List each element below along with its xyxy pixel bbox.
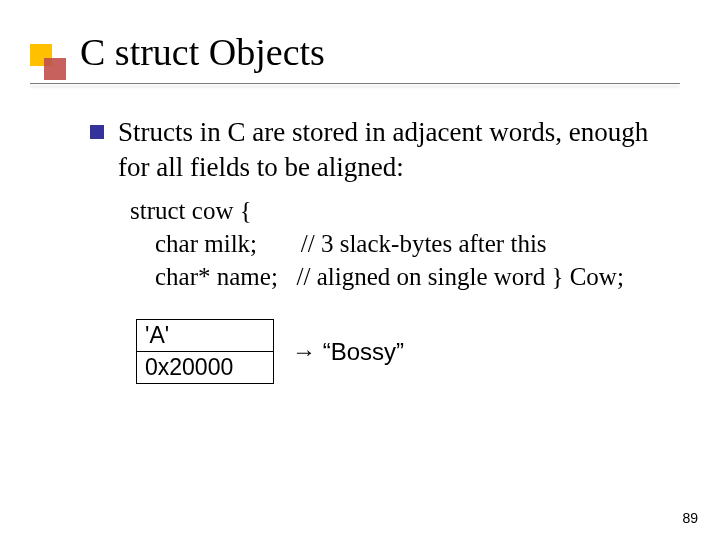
accent-square-red [44, 58, 66, 80]
bullet-text: Structs in C are stored in adjacent word… [118, 115, 670, 184]
title-accent-squares [30, 44, 70, 84]
code-line-2: char milk; // 3 slack-bytes after this [130, 227, 670, 260]
memory-pointer-label: → “Bossy” [292, 338, 404, 366]
bullet-square-icon [90, 125, 104, 139]
memory-diagram: 'A' 0x20000 → “Bossy” [136, 319, 670, 384]
memory-cells: 'A' 0x20000 [136, 319, 274, 384]
memory-cell-2: 0x20000 [137, 351, 273, 383]
memory-cell-1: 'A' [137, 320, 273, 351]
code-line-3: char* name; // aligned on single word } … [130, 260, 670, 293]
code-line-1: struct cow { [130, 194, 670, 227]
bullet-item: Structs in C are stored in adjacent word… [90, 115, 670, 184]
code-block: struct cow { char milk; // 3 slack-bytes… [130, 194, 670, 293]
title-underline [30, 83, 680, 84]
page-number: 89 [682, 510, 698, 526]
slide-title: C struct Objects [80, 30, 680, 80]
